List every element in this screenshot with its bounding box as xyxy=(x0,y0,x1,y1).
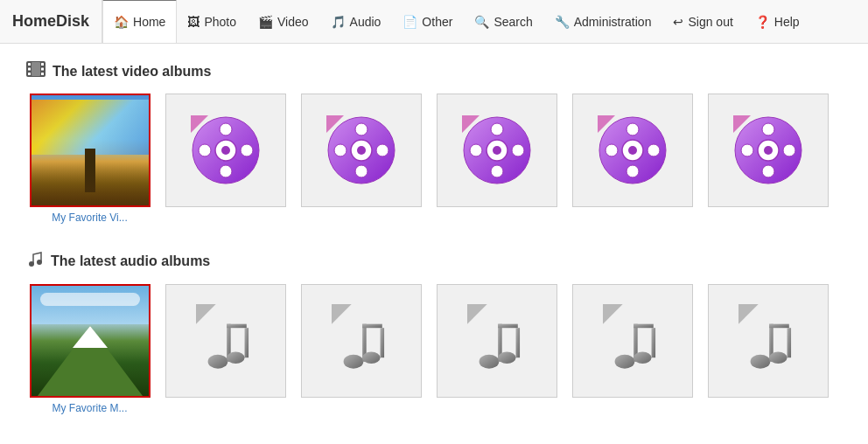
svg-rect-65 xyxy=(498,323,518,328)
svg-point-20 xyxy=(355,165,368,177)
video-icon: 🎬 xyxy=(258,15,273,29)
svg-point-63 xyxy=(479,354,499,368)
video-album-4[interactable] xyxy=(433,94,560,224)
nav-photo[interactable]: 🖼 Photo xyxy=(177,0,248,43)
svg-point-69 xyxy=(614,354,634,368)
svg-rect-59 xyxy=(362,323,382,328)
svg-rect-3 xyxy=(28,73,31,75)
svg-rect-6 xyxy=(41,73,44,75)
audio-album-5[interactable] xyxy=(569,284,696,414)
svg-rect-77 xyxy=(769,323,789,328)
svg-rect-53 xyxy=(227,323,247,328)
svg-rect-73 xyxy=(651,328,655,357)
audio-section-icon xyxy=(26,250,44,272)
signout-icon: ↩ xyxy=(673,15,683,29)
audio-section-title: The latest audio albums xyxy=(26,250,842,272)
help-icon: ❓ xyxy=(755,15,770,29)
svg-point-37 xyxy=(606,144,618,156)
audio-album-4[interactable] xyxy=(433,284,560,414)
video-album-1-label: My Favorite Vi... xyxy=(26,212,153,224)
svg-marker-62 xyxy=(467,304,487,324)
video-section: The latest video albums My Favorite Vi..… xyxy=(26,61,842,224)
audio-album-2[interactable] xyxy=(162,284,289,414)
svg-rect-71 xyxy=(634,323,654,328)
video-section-title: The latest video albums xyxy=(26,61,842,81)
svg-point-18 xyxy=(357,146,366,155)
svg-point-14 xyxy=(241,144,253,156)
nav-administration[interactable]: 🔧 Administration xyxy=(544,0,663,43)
video-section-icon xyxy=(26,61,46,81)
svg-point-35 xyxy=(626,123,639,135)
svg-point-78 xyxy=(769,351,787,364)
svg-point-28 xyxy=(491,165,503,177)
svg-point-44 xyxy=(762,165,774,177)
svg-rect-55 xyxy=(244,328,248,357)
svg-rect-1 xyxy=(28,63,31,66)
svg-point-49 xyxy=(37,260,42,265)
svg-point-60 xyxy=(362,351,380,364)
svg-point-43 xyxy=(762,123,774,135)
svg-point-19 xyxy=(355,123,368,135)
audio-album-1[interactable]: My Favorite M... xyxy=(26,284,153,414)
nav-signout[interactable]: ↩ Sign out xyxy=(662,0,744,43)
video-album-grid: My Favorite Vi... xyxy=(26,94,842,224)
svg-marker-50 xyxy=(196,304,216,324)
svg-point-51 xyxy=(207,354,228,368)
audio-album-6[interactable] xyxy=(704,284,831,414)
svg-point-26 xyxy=(493,146,501,155)
svg-point-38 xyxy=(648,144,660,156)
video-album-1[interactable]: My Favorite Vi... xyxy=(26,94,153,224)
svg-point-10 xyxy=(221,146,230,155)
home-icon: 🏠 xyxy=(114,15,129,29)
svg-point-75 xyxy=(750,354,770,368)
svg-rect-2 xyxy=(28,68,31,71)
video-album-6[interactable] xyxy=(704,94,831,224)
svg-point-72 xyxy=(634,351,651,364)
svg-point-36 xyxy=(626,165,639,177)
nav-search[interactable]: 🔍 Search xyxy=(464,0,543,43)
photo-icon: 🖼 xyxy=(187,15,200,29)
svg-marker-74 xyxy=(738,304,759,324)
brand-logo[interactable]: HomeDisk xyxy=(0,0,102,43)
svg-point-48 xyxy=(29,261,34,267)
svg-rect-4 xyxy=(41,63,44,66)
svg-point-57 xyxy=(343,354,363,368)
svg-rect-79 xyxy=(787,328,791,357)
video-album-3[interactable] xyxy=(298,94,424,224)
nav-help[interactable]: ❓ Help xyxy=(745,0,811,43)
svg-rect-5 xyxy=(41,68,44,71)
svg-marker-68 xyxy=(603,304,623,324)
audio-album-grid: My Favorite M... xyxy=(26,284,842,414)
svg-point-21 xyxy=(334,144,346,156)
svg-point-22 xyxy=(376,144,388,156)
admin-icon: 🔧 xyxy=(555,15,570,29)
svg-rect-61 xyxy=(380,328,384,357)
svg-point-27 xyxy=(491,123,503,135)
video-album-2[interactable] xyxy=(162,94,289,224)
svg-point-42 xyxy=(764,146,773,155)
svg-point-46 xyxy=(783,144,795,156)
svg-point-45 xyxy=(741,144,753,156)
audio-album-3[interactable] xyxy=(298,284,424,414)
svg-rect-7 xyxy=(32,62,40,76)
main-nav: HomeDisk 🏠 Home 🖼 Photo 🎬 Video 🎵 Audio … xyxy=(0,0,868,44)
svg-point-13 xyxy=(199,144,211,156)
nav-audio[interactable]: 🎵 Audio xyxy=(320,0,393,43)
main-content: The latest video albums My Favorite Vi..… xyxy=(0,44,868,444)
svg-rect-67 xyxy=(515,328,520,357)
svg-point-34 xyxy=(628,146,637,155)
svg-marker-56 xyxy=(332,304,352,324)
nav-video[interactable]: 🎬 Video xyxy=(248,0,320,43)
nav-other[interactable]: 📄 Other xyxy=(392,0,464,43)
video-album-5[interactable] xyxy=(569,94,696,224)
svg-point-30 xyxy=(512,144,524,156)
svg-point-66 xyxy=(498,351,515,364)
svg-point-12 xyxy=(220,165,232,177)
nav-home[interactable]: 🏠 Home xyxy=(102,0,177,43)
svg-point-11 xyxy=(220,123,232,135)
audio-album-1-label: My Favorite M... xyxy=(26,402,153,414)
svg-point-29 xyxy=(470,144,482,156)
audio-section: The latest audio albums My Favorite M... xyxy=(26,250,842,414)
other-icon: 📄 xyxy=(402,15,417,29)
svg-point-54 xyxy=(227,351,244,364)
